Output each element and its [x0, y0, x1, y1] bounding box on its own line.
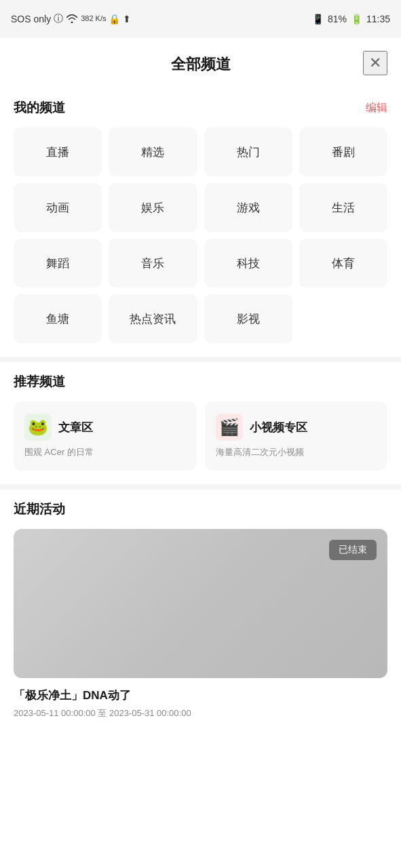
channel-item[interactable]: 精选 [109, 127, 197, 176]
lock-icon: 🔒 [109, 14, 120, 24]
battery-icon: 🔋 [351, 14, 362, 24]
channel-item[interactable]: 音乐 [109, 239, 197, 288]
recommended-section: 推荐频道 🐸文章区围观 ACer 的日常🎬小视频专区海量高清二次元小视频 [0, 362, 401, 484]
channel-item[interactable]: 动画 [14, 183, 102, 232]
activity-section: 近期活动 已结束 「极乐净土」DNA动了 2023-05-11 00:00:00… [0, 490, 401, 737]
recommended-card-header: 🐸文章区 [24, 414, 186, 441]
main-content: 全部频道 ✕ 我的频道 编辑 直播精选热门番剧动画娱乐游戏生活舞蹈音乐科技体育鱼… [0, 38, 401, 868]
recommended-card[interactable]: 🎬小视频专区海量高清二次元小视频 [205, 401, 388, 471]
sos-text: SOS only [11, 14, 51, 24]
status-bar: SOS only ⓘ 382 K/s 🔒 ⬆ 📱 81% 🔋 11:35 [0, 0, 401, 38]
status-left: SOS only ⓘ 382 K/s 🔒 ⬆ [11, 13, 131, 25]
time-display: 11:35 [366, 14, 390, 24]
channel-item[interactable]: 舞蹈 [14, 239, 102, 288]
rec-title: 小视频专区 [250, 420, 307, 435]
activity-name: 「极乐净土」DNA动了 [14, 688, 387, 703]
warning-icon: ⓘ [54, 13, 63, 25]
sim-icon: 📱 [312, 14, 324, 24]
channel-item[interactable]: 体育 [299, 239, 387, 288]
channel-item[interactable]: 番剧 [299, 127, 387, 176]
status-right: 📱 81% 🔋 11:35 [312, 14, 390, 24]
activity-title: 近期活动 [14, 502, 65, 516]
rec-desc: 围观 ACer 的日常 [24, 446, 186, 458]
recommended-title: 推荐频道 [14, 373, 65, 391]
upload-icon: ⬆ [123, 14, 131, 24]
battery-percent: 81% [328, 14, 347, 24]
recommended-card-header: 🎬小视频专区 [216, 414, 377, 441]
close-button[interactable]: ✕ [363, 51, 387, 75]
divider-2 [0, 484, 401, 490]
my-channels-section: 我的频道 编辑 直播精选热门番剧动画娱乐游戏生活舞蹈音乐科技体育鱼塘热点资讯影视 [0, 88, 401, 357]
divider-1 [0, 357, 401, 362]
rec-icon: 🐸 [24, 414, 52, 441]
page-title: 全部频道 [171, 54, 231, 75]
channel-item[interactable]: 热点资讯 [109, 294, 197, 343]
activity-date: 2023-05-11 00:00:00 至 2023-05-31 00:00:0… [14, 707, 387, 719]
activity-header: 近期活动 [14, 490, 387, 518]
activity-card[interactable]: 已结束 [14, 529, 387, 678]
recommended-card[interactable]: 🐸文章区围观 ACer 的日常 [14, 401, 197, 471]
channel-item[interactable]: 影视 [204, 294, 292, 343]
channel-item[interactable]: 鱼塘 [14, 294, 102, 343]
speed-text: 382 K/s [81, 14, 106, 23]
channel-item[interactable]: 娱乐 [109, 183, 197, 232]
rec-title: 文章区 [58, 420, 93, 435]
channel-item[interactable]: 直播 [14, 127, 102, 176]
channel-grid: 直播精选热门番剧动画娱乐游戏生活舞蹈音乐科技体育鱼塘热点资讯影视 [14, 127, 387, 343]
recommended-grid: 🐸文章区围观 ACer 的日常🎬小视频专区海量高清二次元小视频 [14, 401, 387, 471]
wifi-icon [66, 14, 78, 25]
page-header: 全部频道 ✕ [0, 38, 401, 88]
rec-icon: 🎬 [216, 414, 243, 441]
channel-item[interactable]: 热门 [204, 127, 292, 176]
activity-badge: 已结束 [329, 540, 377, 560]
activity-info: 「极乐净土」DNA动了 2023-05-11 00:00:00 至 2023-0… [14, 678, 387, 724]
my-channels-header: 我的频道 编辑 [14, 88, 387, 117]
my-channels-title: 我的频道 [14, 99, 65, 117]
channel-item[interactable]: 游戏 [204, 183, 292, 232]
edit-button[interactable]: 编辑 [366, 101, 387, 115]
channel-item[interactable]: 生活 [299, 183, 387, 232]
recommended-header: 推荐频道 [14, 362, 387, 391]
channel-item[interactable]: 科技 [204, 239, 292, 288]
rec-desc: 海量高清二次元小视频 [216, 446, 377, 458]
